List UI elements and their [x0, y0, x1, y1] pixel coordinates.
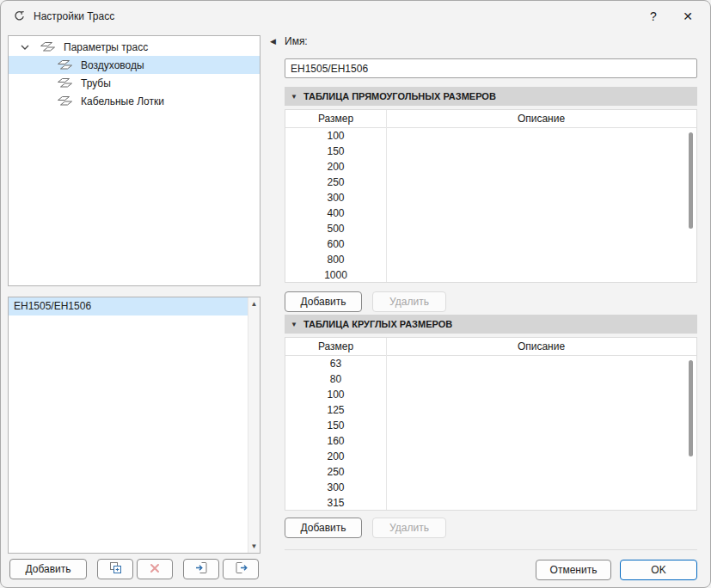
close-button[interactable]: ✕ — [671, 3, 705, 30]
list-scrollbar[interactable]: ▲ ▼ — [248, 297, 260, 553]
table-row[interactable]: 250 — [285, 175, 696, 190]
section-collapse-icon[interactable]: ▼ — [291, 321, 297, 328]
description-cell[interactable] — [386, 495, 696, 511]
delete-rect-size-button[interactable]: Удалить — [372, 291, 446, 312]
size-cell[interactable]: 160 — [285, 433, 386, 449]
size-cell[interactable]: 150 — [285, 418, 386, 433]
size-cell[interactable]: 125 — [285, 402, 386, 418]
scrollbar-thumb[interactable] — [689, 132, 693, 229]
size-cell[interactable]: 250 — [285, 464, 386, 480]
table-row[interactable]: 100 — [285, 128, 696, 144]
size-cell[interactable]: 100 — [285, 128, 386, 144]
table-row[interactable]: 500 — [285, 221, 696, 236]
size-cell[interactable]: 1000 — [285, 267, 386, 283]
description-cell[interactable] — [386, 371, 696, 387]
table-row[interactable]: 80 — [285, 371, 696, 387]
size-cell[interactable]: 100 — [285, 387, 386, 402]
section-collapse-icon[interactable]: ▼ — [291, 93, 297, 101]
description-cell[interactable] — [386, 267, 696, 283]
table-row[interactable]: 63 — [285, 356, 696, 371]
ok-button[interactable]: OK — [620, 560, 697, 580]
add-rect-size-button[interactable]: Добавить — [285, 291, 362, 312]
description-cell[interactable] — [386, 480, 696, 495]
tree-item-ducts[interactable]: Воздуховоды — [9, 56, 260, 74]
description-cell[interactable] — [386, 387, 696, 402]
description-cell[interactable] — [386, 402, 696, 418]
description-cell[interactable] — [386, 236, 696, 252]
size-cell[interactable]: 200 — [285, 159, 386, 175]
column-header-size: Размер — [285, 338, 386, 355]
table-row[interactable]: 200 — [285, 449, 696, 464]
table-header: Размер Описание — [285, 110, 696, 128]
size-cell[interactable]: 300 — [285, 480, 386, 495]
name-input[interactable] — [285, 58, 697, 78]
help-button[interactable]: ? — [636, 3, 671, 30]
scroll-down-icon[interactable]: ▼ — [251, 542, 258, 550]
size-cell[interactable]: 150 — [285, 144, 386, 159]
table-row[interactable]: 1000 — [285, 267, 696, 283]
description-cell[interactable] — [386, 159, 696, 175]
section-title: ТАБЛИЦА ПРЯМОУГОЛЬНЫХ РАЗМЕРОВ — [303, 91, 496, 101]
size-cell[interactable]: 80 — [285, 371, 386, 387]
table-row[interactable]: 400 — [285, 205, 696, 221]
chevron-down-icon[interactable] — [17, 45, 33, 50]
table-row[interactable]: 200 — [285, 159, 696, 175]
delete-profile-button[interactable] — [137, 559, 173, 579]
tree-item-cable-trays[interactable]: Кабельные Лотки — [9, 92, 260, 110]
size-cell[interactable]: 800 — [285, 252, 386, 267]
size-cell[interactable]: 300 — [285, 190, 386, 205]
size-cell[interactable]: 63 — [285, 356, 386, 371]
tree-item-pipes[interactable]: Трубы — [9, 74, 260, 92]
delete-round-size-button[interactable]: Удалить — [372, 518, 446, 538]
size-cell[interactable]: 600 — [285, 236, 386, 252]
table-row[interactable]: 300 — [285, 190, 696, 205]
scrollbar-thumb[interactable] — [689, 360, 693, 456]
cancel-button[interactable]: Отменить — [536, 560, 611, 580]
import-profile-button[interactable] — [183, 559, 219, 579]
description-cell[interactable] — [386, 252, 696, 267]
duct-icon — [57, 59, 74, 70]
duplicate-icon — [108, 560, 123, 578]
section-round-sizes[interactable]: ▼ ТАБЛИЦА КРУГЛЫХ РАЗМЕРОВ — [285, 315, 697, 334]
description-cell[interactable] — [386, 190, 696, 205]
table-row[interactable]: 250 — [285, 464, 696, 480]
tree-item-route-parameters[interactable]: Параметры трасс — [9, 38, 260, 56]
description-cell[interactable] — [386, 433, 696, 449]
size-cell[interactable]: 315 — [285, 495, 386, 511]
description-cell[interactable] — [386, 418, 696, 433]
table-row[interactable]: 150 — [285, 144, 696, 159]
table-row[interactable]: 800 — [285, 252, 696, 267]
description-cell[interactable] — [386, 144, 696, 159]
list-item-profile[interactable]: EH1505/EH1506 — [9, 297, 248, 315]
table-header: Размер Описание — [285, 338, 696, 356]
panel-collapse-button[interactable]: ◀ — [270, 37, 276, 46]
table-row[interactable]: 100 — [285, 387, 696, 402]
add-profile-button[interactable]: Добавить — [9, 559, 87, 579]
titlebar[interactable]: Настройки Трасс ? ✕ — [1, 1, 710, 32]
scroll-up-icon[interactable]: ▲ — [251, 300, 258, 308]
description-cell[interactable] — [386, 205, 696, 221]
size-cell[interactable]: 200 — [285, 449, 386, 464]
add-round-size-button[interactable]: Добавить — [285, 518, 362, 538]
rectangular-sizes-table: Размер Описание 100 150 200 250 300 400 … — [285, 109, 697, 283]
description-cell[interactable] — [386, 449, 696, 464]
description-cell[interactable] — [386, 464, 696, 480]
description-cell[interactable] — [386, 175, 696, 190]
section-rectangular-sizes[interactable]: ▼ ТАБЛИЦА ПРЯМОУГОЛЬНЫХ РАЗМЕРОВ — [285, 87, 697, 106]
tree-item-label: Параметры трасс — [64, 41, 148, 53]
duplicate-profile-button[interactable] — [97, 559, 133, 579]
table-row[interactable]: 150 — [285, 418, 696, 433]
table-row[interactable]: 600 — [285, 236, 696, 252]
export-profile-button[interactable] — [223, 559, 259, 579]
size-cell[interactable]: 500 — [285, 221, 386, 236]
table-row[interactable]: 160 — [285, 433, 696, 449]
table-row[interactable]: 125 — [285, 402, 696, 418]
description-cell[interactable] — [386, 356, 696, 371]
size-cell[interactable]: 400 — [285, 205, 386, 221]
table-row[interactable]: 300 — [285, 480, 696, 495]
size-cell[interactable]: 250 — [285, 175, 386, 190]
table-row[interactable]: 315 — [285, 495, 696, 511]
description-cell[interactable] — [386, 128, 696, 144]
description-cell[interactable] — [386, 221, 696, 236]
footer-divider — [285, 549, 697, 550]
